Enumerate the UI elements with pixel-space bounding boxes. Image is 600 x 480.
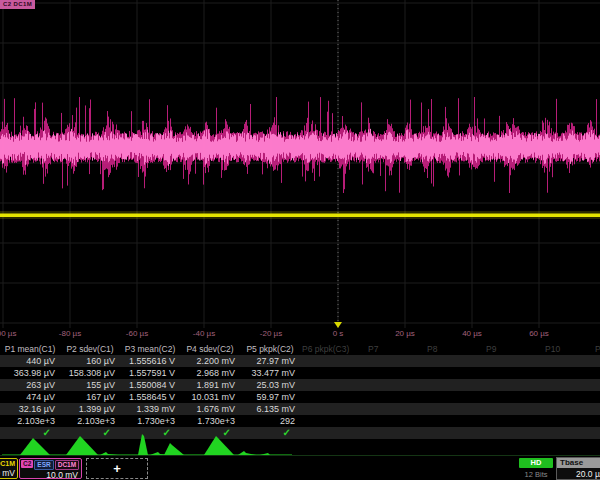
- cell: 2.103e+3: [60, 415, 120, 427]
- graticule-area[interactable]: C2 DC1M: [0, 0, 600, 330]
- axis-tick-label: 0 s: [333, 329, 344, 338]
- descriptor-bar: DC1M 10.0 mV C2 ESR DC1M 10.0 mV + HD 12…: [0, 455, 600, 480]
- channel-c1-descriptor[interactable]: DC1M 10.0 mV: [0, 458, 18, 479]
- measure-row-sdev: 32.16 µV1.399 µV1.339 mV1.676 mV6.135 mV: [0, 403, 600, 415]
- axis-tick-label: -20 µs: [260, 329, 282, 338]
- measure-row-num: 2.103e+32.103e+31.730e+31.730e+3292: [0, 415, 600, 427]
- measure-row-value: 440 µV160 µV1.555616 V2.200 mV27.97 mV: [0, 355, 600, 367]
- cell: 474 µV: [0, 391, 60, 403]
- cell: 158.308 µV: [60, 367, 120, 379]
- axis-tick-label: -100 µs: [0, 329, 16, 338]
- c2-name-badge: C2: [21, 460, 33, 468]
- cell: 1.399 µV: [60, 403, 120, 415]
- trigger-position-marker[interactable]: [334, 322, 342, 328]
- axis-tick-label: -80 µs: [59, 329, 81, 338]
- hd-mode-badge[interactable]: HD: [519, 458, 553, 468]
- cell: 1.730e+3: [180, 415, 240, 427]
- tbase-label: Tbase: [557, 458, 600, 468]
- cell: 1.557591 V: [120, 367, 180, 379]
- cell: 155 µV: [60, 379, 120, 391]
- c2-badges: C2 ESR DC1M: [20, 459, 81, 470]
- measure-row-mean: 363.98 µV158.308 µV1.557591 V2.968 mV33.…: [0, 367, 600, 379]
- param-header-p4[interactable]: P4 sdev(C2): [180, 343, 240, 355]
- c2-esr-badge: ESR: [34, 460, 53, 470]
- cell: 363.98 µV: [0, 367, 60, 379]
- trace-badge: C2 DC1M: [0, 0, 35, 9]
- add-trace-button[interactable]: +: [86, 458, 148, 479]
- measure-row-min: 263 µV155 µV1.550084 V1.891 mV25.03 mV: [0, 379, 600, 391]
- cell: 59.97 mV: [240, 391, 300, 403]
- cell: 1.550084 V: [120, 379, 180, 391]
- cell: 160 µV: [60, 355, 120, 367]
- measure-row-max: 474 µV167 µV1.558645 V10.031 mV59.97 mV: [0, 391, 600, 403]
- param-header-p9[interactable]: P9: [486, 343, 496, 355]
- param-header-p7[interactable]: P7: [368, 343, 378, 355]
- measure-table-header-row: P1 mean(C1)P2 sdev(C1)P3 mean(C2)P4 sdev…: [0, 343, 600, 355]
- cell: 27.97 mV: [240, 355, 300, 367]
- param-header-p11[interactable]: P11: [595, 343, 600, 355]
- cell: 2.968 mV: [180, 367, 240, 379]
- resolution-bits-label: 12 Bits: [519, 470, 553, 479]
- param-header-p10[interactable]: P10: [545, 343, 560, 355]
- cell: 32.16 µV: [0, 403, 60, 415]
- param-header-p6[interactable]: P6 pkpk(C3): [302, 343, 349, 355]
- channel-c2-descriptor[interactable]: C2 ESR DC1M 10.0 mV: [19, 458, 82, 479]
- c2-coupling-badge: DC1M: [55, 460, 79, 470]
- param-header-p3[interactable]: P3 mean(C2): [120, 343, 180, 355]
- cell: 292: [240, 415, 300, 427]
- cell: 167 µV: [60, 391, 120, 403]
- cell: 33.477 mV: [240, 367, 300, 379]
- param-header-p2[interactable]: P2 sdev(C1): [60, 343, 120, 355]
- c1-scale-value: 10.0 mV: [0, 468, 17, 479]
- axis-tick-label: 40 µs: [462, 329, 482, 338]
- oscilloscope-screen: C2 DC1M -100 µs -80 µs -60 µs -40 µs -20…: [0, 0, 600, 480]
- cell: 1.558645 V: [120, 391, 180, 403]
- c2-scale-value: 10.0 mV: [20, 470, 81, 480]
- histicon-strip: [0, 434, 600, 456]
- axis-tick-label: 20 µs: [395, 329, 415, 338]
- cell: 10.031 mV: [180, 391, 240, 403]
- cell: 440 µV: [0, 355, 60, 367]
- cell: 6.135 mV: [240, 403, 300, 415]
- axis-tick-label: 60 µs: [529, 329, 549, 338]
- cell: 1.891 mV: [180, 379, 240, 391]
- timebase-descriptor[interactable]: Tbase 20.0 µs/div: [556, 457, 600, 480]
- cell: 1.339 mV: [120, 403, 180, 415]
- c1-coupling-label: DC1M: [0, 459, 17, 468]
- cell: 2.200 mV: [180, 355, 240, 367]
- waveform-canvas: [0, 0, 600, 330]
- cell: 1.555616 V: [120, 355, 180, 367]
- measure-table: P1 mean(C1)P2 sdev(C1)P3 mean(C2)P4 sdev…: [0, 343, 600, 439]
- cell: 1.730e+3: [120, 415, 180, 427]
- axis-tick-label: -60 µs: [126, 329, 148, 338]
- cell: 2.103e+3: [0, 415, 60, 427]
- param-header-p1[interactable]: P1 mean(C1): [0, 343, 60, 355]
- cell: 25.03 mV: [240, 379, 300, 391]
- param-header-p5[interactable]: P5 pkpk(C2): [240, 343, 300, 355]
- tbase-scale-value: 20.0 µs/div: [557, 468, 600, 480]
- axis-tick-label: -40 µs: [193, 329, 215, 338]
- cell: 263 µV: [0, 379, 60, 391]
- cell: 1.676 mV: [180, 403, 240, 415]
- param-header-p8[interactable]: P8: [427, 343, 437, 355]
